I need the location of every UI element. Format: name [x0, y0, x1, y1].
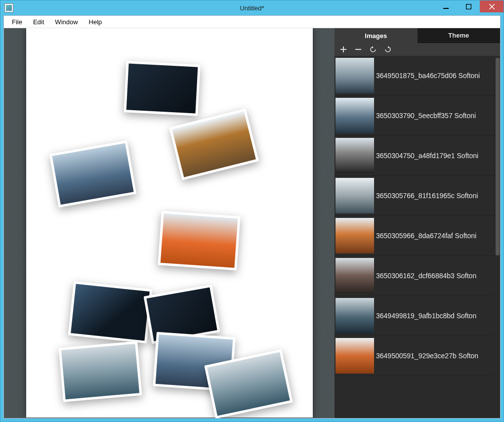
side-panel: Images Theme — [335, 28, 500, 418]
thumbnail — [336, 218, 374, 253]
add-image-button[interactable] — [339, 45, 347, 53]
list-item[interactable]: 3649501875_ba46c75d06 Softoni — [335, 56, 495, 96]
menu-file[interactable]: File — [7, 17, 27, 27]
menu-window[interactable]: Window — [50, 17, 83, 27]
collage-page[interactable] — [26, 28, 313, 418]
remove-image-button[interactable] — [354, 45, 362, 53]
maximize-icon — [466, 4, 471, 9]
list-item-label: 3650305966_8da6724faf Softoni — [376, 232, 476, 240]
list-item[interactable]: 3650303790_5eecbff357 Softoni — [335, 96, 495, 136]
list-scrollbar[interactable]: ▲ — [495, 56, 500, 418]
menubar: File Edit Window Help — [4, 16, 500, 28]
list-item[interactable]: 3650305966_8da6724faf Softoni — [335, 216, 495, 256]
collage-photo[interactable] — [68, 281, 152, 343]
list-item[interactable]: 3650306162_dcf66884b3 Softon — [335, 256, 495, 296]
menu-help[interactable]: Help — [84, 17, 107, 27]
list-item-label: 3650303790_5eecbff357 Softoni — [376, 112, 476, 120]
image-list: 3649501875_ba46c75d06 Softoni 3650303790… — [335, 56, 500, 418]
tab-images[interactable]: Images — [335, 28, 418, 43]
list-item-label: 3649501875_ba46c75d06 Softoni — [376, 72, 480, 80]
rotate-left-icon — [370, 46, 377, 53]
thumbnail — [336, 178, 374, 213]
list-item[interactable]: 3650305766_81f161965c Softoni — [335, 176, 495, 216]
menu-edit[interactable]: Edit — [28, 17, 49, 27]
close-icon — [489, 4, 495, 9]
collage-photo[interactable] — [58, 341, 142, 402]
collage-photo[interactable] — [158, 211, 240, 271]
rotate-left-button[interactable] — [369, 45, 377, 53]
app-icon — [4, 3, 13, 12]
thumbnail — [336, 138, 374, 173]
thumbnail — [336, 258, 374, 294]
thumbnail — [336, 98, 374, 133]
thumbnail — [336, 58, 374, 93]
window-controls — [434, 0, 504, 15]
app-window: Untitled* File Edit Window Help — [0, 0, 504, 422]
plus-icon — [340, 46, 346, 52]
collage-photo[interactable] — [169, 108, 259, 180]
client-area: File Edit Window Help — [3, 15, 501, 419]
list-item-label: 3650305766_81f161965c Softoni — [376, 192, 478, 200]
titlebar[interactable]: Untitled* — [0, 0, 504, 15]
close-button[interactable] — [480, 0, 504, 12]
list-item[interactable]: 3650304750_a48fd179e1 Softoni — [335, 136, 495, 176]
window-title: Untitled* — [0, 4, 504, 12]
svg-rect-1 — [466, 4, 471, 9]
panel-tabs: Images Theme — [335, 28, 500, 43]
workspace: Images Theme — [4, 28, 500, 418]
images-toolbar — [335, 43, 500, 56]
list-item-label: 3650304750_a48fd179e1 Softoni — [376, 152, 478, 160]
minus-icon — [355, 46, 361, 52]
list-item-label: 3649500591_929e3ce27b Softon — [376, 352, 478, 360]
rotate-right-icon — [384, 46, 391, 53]
thumbnail — [336, 298, 374, 334]
canvas-area[interactable] — [4, 28, 335, 418]
thumbnail — [336, 338, 374, 374]
list-item-label: 3649499819_9afb1bc8bd Softon — [376, 312, 476, 320]
rotate-right-button[interactable] — [384, 45, 392, 53]
scroll-thumb[interactable] — [496, 58, 500, 255]
svg-rect-0 — [443, 8, 449, 9]
collage-photo[interactable] — [49, 140, 136, 208]
tab-theme[interactable]: Theme — [418, 28, 501, 43]
maximize-button[interactable] — [457, 0, 480, 12]
list-item[interactable]: 3649499819_9afb1bc8bd Softon — [335, 296, 495, 336]
list-item[interactable]: 3649500591_929e3ce27b Softon — [335, 336, 495, 376]
list-item-label: 3650306162_dcf66884b3 Softon — [376, 272, 476, 280]
collage-photo[interactable] — [124, 61, 200, 116]
minimize-button[interactable] — [434, 0, 457, 12]
minimize-icon — [443, 4, 449, 9]
